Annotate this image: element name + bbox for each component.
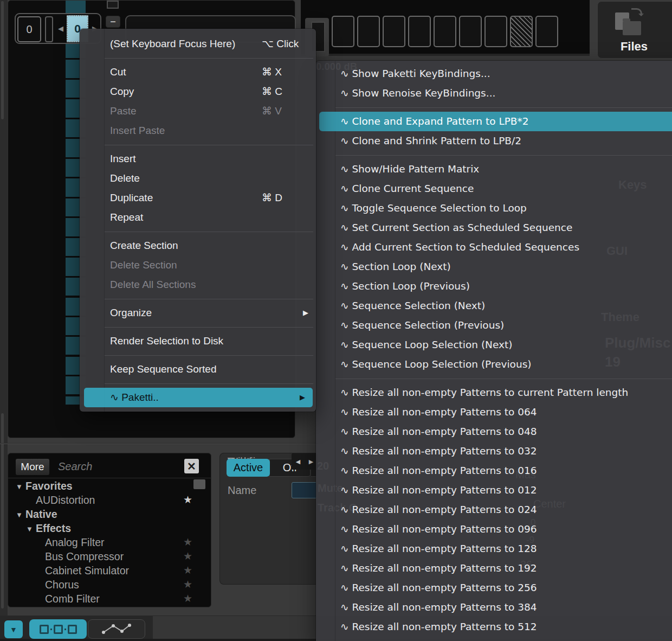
submenu-item-resize-384[interactable]: ∿ Resize all non-empty Patterns to 384 [316, 598, 672, 617]
caret-down-icon[interactable]: ▼ [16, 480, 25, 494]
pattern-matrix-toggle-button[interactable] [29, 619, 87, 639]
submenu-item-show-renoise-keybindings[interactable]: ∿ Show Renoise KeyBindings... [316, 84, 672, 103]
favorite-star-icon[interactable]: ★ [183, 592, 192, 606]
close-icon[interactable]: ✕ [184, 459, 199, 473]
submenu-item-clone-current-sequence[interactable]: ∿ Clone Current Sequence [316, 179, 672, 198]
submenu-item-toggle-sequence-selection-loop[interactable]: ∿ Toggle Sequence Selection to Loop [316, 198, 672, 218]
submenu-item-clone-expand-lpb2[interactable]: ∿ Clone and Expand Pattern to LPB*2 [319, 112, 672, 131]
tree-item-analog-filter[interactable]: Analog Filter ★ [8, 535, 191, 549]
scrollbar-thumb[interactable] [1, 413, 4, 608]
submenu-item-resize-current-length[interactable]: ∿ Resize all non-empty Patterns to curre… [316, 383, 672, 402]
menu-item-create-section[interactable]: Create Section [80, 236, 316, 255]
menu-item-copy[interactable]: Copy ⌘ C [80, 82, 316, 101]
tab-active[interactable]: Active [227, 459, 270, 477]
search-input[interactable]: Search [58, 460, 92, 473]
menu-item-delete-all-sections[interactable]: Delete All Sections [80, 275, 316, 294]
menu-item-insert-paste[interactable]: Insert Paste [80, 121, 316, 140]
value-stepper[interactable]: ◀ ▶ [292, 453, 318, 470]
favorite-star-icon[interactable]: ★ [183, 493, 192, 507]
tree-item-bus-compressor[interactable]: Bus Compressor ★ [8, 549, 191, 563]
submenu-item-sequence-selection-previous[interactable]: ∿ Sequence Selection (Previous) [316, 316, 672, 335]
submenu-item-clone-shrink-lpb2[interactable]: ∿ Clone and Shrink Pattern to LPB/2 [316, 131, 672, 151]
favorite-star-icon[interactable]: ★ [183, 563, 192, 578]
dropdown-button[interactable]: ▼ [4, 620, 23, 638]
submenu-item-show-hide-pattern-matrix[interactable]: ∿ Show/Hide Pattern Matrix [316, 159, 672, 179]
pattern-slot[interactable] [357, 16, 380, 47]
favorite-star-icon[interactable]: ★ [183, 549, 192, 563]
submenu-item-resize-512[interactable]: ∿ Resize all non-empty Patterns to 512 [316, 617, 672, 637]
submenu-item-resize-128[interactable]: ∿ Resize all non-empty Patterns to 128 [316, 539, 672, 559]
pattern-slot-hatched[interactable] [510, 16, 533, 47]
menu-item-insert[interactable]: Insert [80, 149, 316, 169]
pattern-slot[interactable] [535, 16, 558, 47]
menu-item-cut[interactable]: Cut ⌘ X [80, 62, 316, 82]
menu-item-repeat[interactable]: Repeat [80, 208, 316, 227]
submenu-item-resize-064[interactable]: ∿ Resize all non-empty Patterns to 064 [316, 402, 672, 422]
submenu-item-section-loop-previous[interactable]: ∿ Section Loop (Previous) [316, 277, 672, 296]
submenu-item-sequence-loop-selection-previous[interactable]: ∿ Sequence Loop Selection (Previous) [316, 355, 672, 374]
submenu-item-sequence-loop-selection-next[interactable]: ∿ Sequence Loop Selection (Next) [316, 335, 672, 355]
plugin-tree: ▼Favorites AUDistortion ★ ▼Native ▼Effec… [8, 479, 191, 606]
browser-scrollbar-thumb[interactable] [193, 479, 205, 489]
sequence-position-value[interactable]: 0 [17, 16, 41, 42]
submenu-item-resize-024[interactable]: ∿ Resize all non-empty Patterns to 024 [316, 500, 672, 520]
tree-item-audistortion[interactable]: AUDistortion ★ [8, 493, 191, 507]
favorite-star-icon[interactable]: ★ [183, 535, 192, 549]
scrollbar-thumb[interactable] [1, 1, 4, 119]
more-button[interactable]: More [16, 459, 49, 475]
pattern-slot[interactable] [332, 16, 354, 47]
submenu-item-show-paketti-keybindings[interactable]: ∿ Show Paketti KeyBindings... [316, 64, 672, 84]
menu-item-label: ∿ Set Current Section as Scheduled Seque… [340, 218, 572, 238]
caret-down-icon[interactable]: ▼ [16, 508, 25, 522]
tab-files[interactable]: Files [597, 1, 672, 59]
remove-pattern-button[interactable]: − [106, 16, 120, 28]
menu-item-label: ∿ Resize all non-empty Patterns to 256 [340, 578, 537, 598]
submenu-item-resize-016[interactable]: ∿ Resize all non-empty Patterns to 016 [316, 461, 672, 480]
pattern-slot[interactable] [408, 16, 431, 47]
tree-item-cabinet-simulator[interactable]: Cabinet Simulator ★ [8, 563, 191, 578]
submenu-item-resize-192[interactable]: ∿ Resize all non-empty Patterns to 192 [316, 559, 672, 578]
left-scroll-strip[interactable] [0, 0, 8, 641]
menu-item-set-keyboard-focus[interactable]: (Set Keyboard Focus Here) ⌥ Click [80, 34, 316, 54]
menu-item-label: ∿ Sequence Selection (Previous) [340, 316, 504, 335]
menu-item-keep-sequence-sorted[interactable]: Keep Sequence Sorted [80, 360, 316, 379]
menu-item-paketti[interactable]: ∿ Paketti.. ▶ [84, 388, 313, 407]
menu-item-label: Insert Paste [110, 121, 165, 140]
tree-group-native[interactable]: ▼Native [8, 507, 191, 521]
submenu-item-resize-096[interactable]: ∿ Resize all non-empty Patterns to 096 [316, 520, 672, 539]
submenu-item-add-section-scheduled[interactable]: ∿ Add Current Section to Scheduled Seque… [316, 238, 672, 257]
menu-item-organize[interactable]: Organize ▶ [80, 303, 316, 323]
pattern-slot[interactable] [484, 16, 507, 47]
submenu-item-resize-012[interactable]: ∿ Resize all non-empty Patterns to 012 [316, 480, 672, 500]
submenu-item-resize-032[interactable]: ∿ Resize all non-empty Patterns to 032 [316, 441, 672, 461]
automation-toggle-button[interactable] [88, 619, 145, 639]
submenu-item-resize-256[interactable]: ∿ Resize all non-empty Patterns to 256 [316, 578, 672, 598]
submenu-item-section-loop-next[interactable]: ∿ Section Loop (Next) [316, 257, 672, 277]
menu-item-delete-section[interactable]: Delete Section [80, 255, 316, 275]
sequence-prev-icon[interactable]: ◀ [58, 24, 63, 33]
menu-item-label: ∿ Resize all non-empty Patterns to curre… [340, 383, 628, 402]
submenu-item-sequence-selection-next[interactable]: ∿ Sequence Selection (Next) [316, 296, 672, 316]
pattern-slot[interactable] [383, 16, 405, 47]
stepper-decrement-icon[interactable]: ◀ [296, 453, 300, 470]
menu-item-duplicate[interactable]: Duplicate ⌘ D [80, 188, 316, 208]
tree-item-chorus[interactable]: Chorus ★ [8, 578, 191, 592]
submenu-items: ∿ Show Paketti KeyBindings... ∿ Show Ren… [316, 64, 672, 637]
name-input[interactable] [292, 482, 318, 498]
tree-item-comb-filter[interactable]: Comb Filter ★ [8, 592, 191, 606]
pattern-slot[interactable] [434, 16, 456, 47]
menu-item-paste[interactable]: Paste ⌘ V [80, 101, 316, 121]
menu-item-render-selection-to-disk[interactable]: Render Selection to Disk [80, 331, 316, 351]
menu-item-label: ∿ Resize all non-empty Patterns to 048 [340, 422, 537, 441]
pattern-slot[interactable] [459, 16, 482, 47]
submenu-arrow-icon: ▶ [303, 303, 308, 323]
menu-item-delete[interactable]: Delete [80, 169, 316, 188]
submenu-item-resize-048[interactable]: ∿ Resize all non-empty Patterns to 048 [316, 422, 672, 441]
stepper-increment-icon[interactable]: ▶ [309, 453, 313, 470]
submenu-item-set-section-scheduled[interactable]: ∿ Set Current Section as Scheduled Seque… [316, 218, 672, 238]
tree-group-favorites[interactable]: ▼Favorites [8, 479, 191, 493]
menu-item-label: ∿ Resize all non-empty Patterns to 064 [340, 402, 537, 422]
tree-group-effects[interactable]: ▼Effects [8, 521, 191, 535]
caret-down-icon[interactable]: ▼ [26, 522, 36, 536]
favorite-star-icon[interactable]: ★ [183, 578, 192, 592]
